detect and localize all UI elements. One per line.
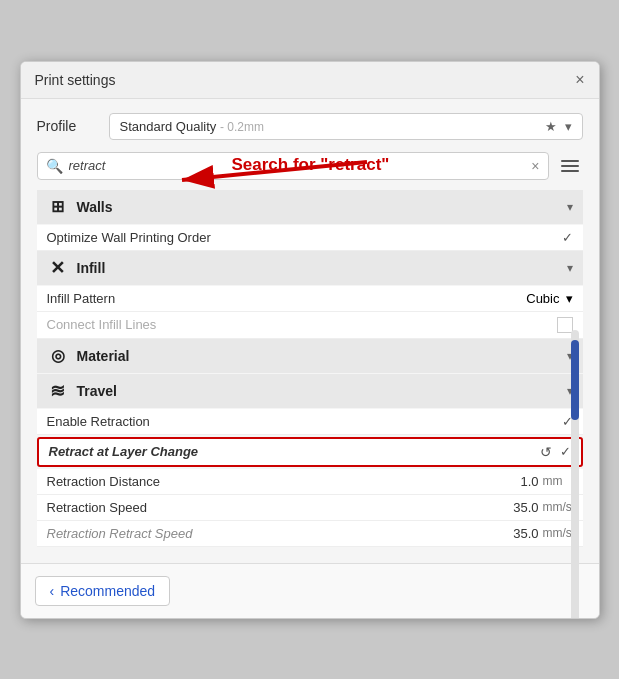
scrollbar-track [571, 330, 579, 619]
travel-icon: ≋ [47, 380, 69, 402]
search-input[interactable] [69, 158, 526, 173]
retract-layer-change-row: Retract at Layer Change ↺ ✓ [37, 437, 583, 467]
search-wrapper: 🔍 × [37, 152, 583, 180]
walls-icon: ⊞ [47, 196, 69, 218]
menu-button[interactable] [557, 156, 583, 176]
retraction-retract-speed-row: Retraction Retract Speed 35.0 mm/s [37, 521, 583, 547]
infill-pattern-row: Infill Pattern Cubic ▾ [37, 286, 583, 312]
infill-pattern-chevron: ▾ [566, 291, 573, 306]
scrollbar-thumb[interactable] [571, 340, 579, 420]
retraction-speed-value: 35.0 [499, 500, 539, 515]
footer: ‹ Recommended [21, 563, 599, 618]
connect-infill-row: Connect Infill Lines [37, 312, 583, 339]
enable-retraction-row: Enable Retraction ✓ [37, 409, 583, 435]
optimize-wall-label: Optimize Wall Printing Order [47, 230, 562, 245]
menu-icon-line3 [561, 170, 579, 172]
reset-button[interactable]: ↺ [540, 444, 552, 460]
search-box: 🔍 × [37, 152, 549, 180]
infill-section-header[interactable]: ✕ Infill ▾ [37, 251, 583, 285]
print-settings-window: Print settings × Profile Standard Qualit… [20, 61, 600, 619]
infill-icon: ✕ [47, 257, 69, 279]
search-icon: 🔍 [46, 158, 63, 174]
infill-chevron: ▾ [567, 261, 573, 275]
sections-container: ⊞ Walls ▾ Optimize Wall Printing Order ✓… [37, 190, 583, 547]
star-icon: ★ [545, 119, 557, 134]
profile-row: Profile Standard Quality - 0.2mm ★ ▾ [37, 113, 583, 140]
material-label: Material [77, 348, 130, 364]
retraction-retract-speed-label: Retraction Retract Speed [47, 526, 499, 541]
retraction-speed-row: Retraction Speed 35.0 mm/s [37, 495, 583, 521]
retraction-retract-speed-unit: mm/s [543, 526, 573, 540]
retraction-retract-speed-value: 35.0 [499, 526, 539, 541]
infill-pattern-label: Infill Pattern [47, 291, 527, 306]
optimize-wall-check: ✓ [562, 230, 573, 245]
infill-label: Infill [77, 260, 106, 276]
walls-label: Walls [77, 199, 113, 215]
walls-chevron: ▾ [567, 200, 573, 214]
travel-section-header[interactable]: ≋ Travel ▾ [37, 374, 583, 408]
chevron-down-icon: ▾ [565, 119, 572, 134]
main-content: Profile Standard Quality - 0.2mm ★ ▾ 🔍 × [21, 99, 599, 563]
close-button[interactable]: × [575, 72, 584, 88]
retraction-distance-unit: mm [543, 474, 573, 488]
menu-icon-line1 [561, 160, 579, 162]
chevron-left-icon: ‹ [50, 583, 55, 599]
optimize-wall-row: Optimize Wall Printing Order ✓ [37, 225, 583, 251]
retraction-speed-unit: mm/s [543, 500, 573, 514]
recommended-label: Recommended [60, 583, 155, 599]
retraction-distance-row: Retraction Distance 1.0 mm [37, 469, 583, 495]
enable-retraction-label: Enable Retraction [47, 414, 562, 429]
profile-selector[interactable]: Standard Quality - 0.2mm ★ ▾ [109, 113, 583, 140]
travel-label: Travel [77, 383, 117, 399]
search-bar-row: 🔍 × [37, 152, 583, 180]
window-title: Print settings [35, 72, 116, 88]
connect-infill-checkbox[interactable] [557, 317, 573, 333]
clear-search-button[interactable]: × [531, 158, 539, 174]
infill-pattern-value: Cubic [526, 291, 559, 306]
recommended-button[interactable]: ‹ Recommended [35, 576, 171, 606]
menu-icon-line2 [561, 165, 579, 167]
profile-label: Profile [37, 118, 97, 134]
material-section-header[interactable]: ◎ Material ▾ [37, 339, 583, 373]
retraction-distance-label: Retraction Distance [47, 474, 499, 489]
infill-pattern-dropdown[interactable]: Cubic ▾ [526, 291, 572, 306]
walls-section-header[interactable]: ⊞ Walls ▾ [37, 190, 583, 224]
material-icon: ◎ [47, 345, 69, 367]
retract-layer-change-label: Retract at Layer Change [49, 444, 540, 459]
title-bar: Print settings × [21, 62, 599, 99]
profile-value: Standard Quality - 0.2mm [120, 119, 264, 134]
connect-infill-label: Connect Infill Lines [47, 317, 557, 332]
retract-layer-change-check: ✓ [560, 444, 571, 459]
retraction-distance-value: 1.0 [499, 474, 539, 489]
retraction-speed-label: Retraction Speed [47, 500, 499, 515]
